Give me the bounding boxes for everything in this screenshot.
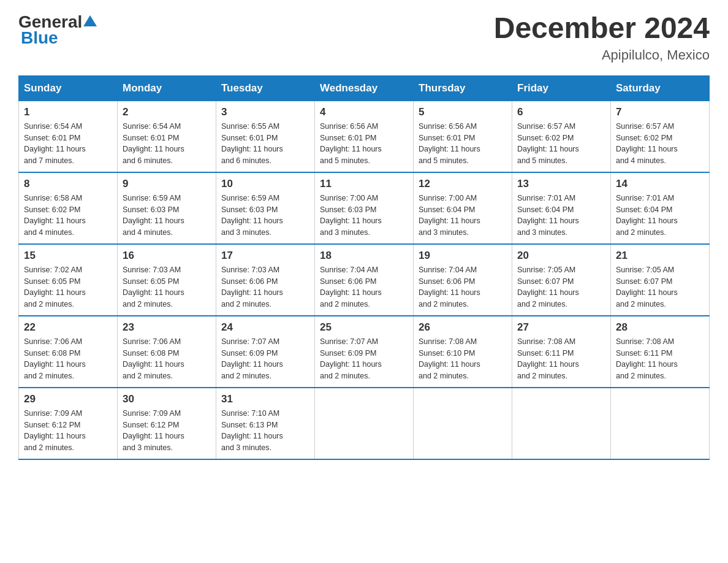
day-number: 14 — [616, 178, 704, 190]
day-info: Sunrise: 7:09 AM Sunset: 6:12 PM Dayligh… — [123, 408, 211, 454]
day-number: 24 — [221, 321, 309, 334]
day-number: 21 — [616, 250, 704, 262]
calendar-day-cell: 1Sunrise: 6:54 AM Sunset: 6:01 PM Daylig… — [19, 101, 118, 172]
day-number: 1 — [24, 106, 112, 118]
calendar-day-cell: 22Sunrise: 7:06 AM Sunset: 6:08 PM Dayli… — [19, 316, 118, 388]
day-header-tuesday: Tuesday — [216, 75, 315, 101]
day-number: 15 — [24, 250, 112, 262]
calendar-day-cell: 25Sunrise: 7:07 AM Sunset: 6:09 PM Dayli… — [315, 316, 414, 388]
day-info: Sunrise: 7:07 AM Sunset: 6:09 PM Dayligh… — [221, 336, 309, 382]
day-info: Sunrise: 6:59 AM Sunset: 6:03 PM Dayligh… — [221, 193, 309, 239]
empty-cell — [315, 388, 414, 459]
day-number: 9 — [123, 178, 211, 190]
day-header-sunday: Sunday — [19, 75, 118, 101]
day-number: 18 — [320, 250, 408, 262]
logo: General Blue — [18, 12, 97, 48]
day-number: 19 — [419, 250, 507, 262]
logo-triangle-icon — [83, 14, 97, 28]
calendar-day-cell: 26Sunrise: 7:08 AM Sunset: 6:10 PM Dayli… — [414, 316, 512, 388]
day-info: Sunrise: 7:06 AM Sunset: 6:08 PM Dayligh… — [24, 336, 112, 382]
day-number: 16 — [123, 250, 211, 262]
svg-marker-0 — [83, 15, 97, 26]
day-info: Sunrise: 7:00 AM Sunset: 6:04 PM Dayligh… — [419, 193, 507, 239]
day-info: Sunrise: 6:55 AM Sunset: 6:01 PM Dayligh… — [221, 121, 309, 167]
calendar-day-cell: 20Sunrise: 7:05 AM Sunset: 6:07 PM Dayli… — [512, 244, 611, 316]
empty-cell — [611, 388, 710, 459]
day-info: Sunrise: 7:05 AM Sunset: 6:07 PM Dayligh… — [517, 264, 605, 310]
calendar-day-cell: 14Sunrise: 7:01 AM Sunset: 6:04 PM Dayli… — [611, 172, 710, 244]
day-number: 25 — [320, 321, 408, 334]
logo-blue-text: Blue — [21, 28, 58, 48]
day-info: Sunrise: 7:00 AM Sunset: 6:03 PM Dayligh… — [320, 193, 408, 239]
calendar-day-cell: 11Sunrise: 7:00 AM Sunset: 6:03 PM Dayli… — [315, 172, 414, 244]
day-number: 5 — [419, 106, 507, 118]
calendar-day-cell: 8Sunrise: 6:58 AM Sunset: 6:02 PM Daylig… — [19, 172, 118, 244]
day-number: 12 — [419, 178, 507, 190]
day-info: Sunrise: 7:04 AM Sunset: 6:06 PM Dayligh… — [320, 264, 408, 310]
calendar-day-cell: 27Sunrise: 7:08 AM Sunset: 6:11 PM Dayli… — [512, 316, 611, 388]
empty-cell — [512, 388, 611, 459]
day-info: Sunrise: 7:08 AM Sunset: 6:11 PM Dayligh… — [616, 336, 704, 382]
day-info: Sunrise: 7:03 AM Sunset: 6:06 PM Dayligh… — [221, 264, 309, 310]
day-number: 17 — [221, 250, 309, 262]
calendar-week-row: 15Sunrise: 7:02 AM Sunset: 6:05 PM Dayli… — [19, 244, 710, 316]
calendar-day-cell: 28Sunrise: 7:08 AM Sunset: 6:11 PM Dayli… — [611, 316, 710, 388]
day-header-thursday: Thursday — [414, 75, 512, 101]
day-number: 23 — [123, 321, 211, 334]
calendar-day-cell: 5Sunrise: 6:56 AM Sunset: 6:01 PM Daylig… — [414, 101, 512, 172]
calendar-day-cell: 6Sunrise: 6:57 AM Sunset: 6:02 PM Daylig… — [512, 101, 611, 172]
day-number: 26 — [419, 321, 507, 334]
day-number: 27 — [517, 321, 605, 334]
calendar-day-cell: 31Sunrise: 7:10 AM Sunset: 6:13 PM Dayli… — [216, 388, 315, 459]
page-header: General Blue December 2024 Apipilulco, M… — [18, 12, 710, 63]
day-info: Sunrise: 7:08 AM Sunset: 6:11 PM Dayligh… — [517, 336, 605, 382]
day-number: 3 — [221, 106, 309, 118]
calendar-week-row: 8Sunrise: 6:58 AM Sunset: 6:02 PM Daylig… — [19, 172, 710, 244]
day-header-wednesday: Wednesday — [315, 75, 414, 101]
day-number: 31 — [221, 393, 309, 405]
location-title: Apipilulco, Mexico — [494, 47, 710, 63]
day-info: Sunrise: 7:08 AM Sunset: 6:10 PM Dayligh… — [419, 336, 507, 382]
calendar-week-row: 22Sunrise: 7:06 AM Sunset: 6:08 PM Dayli… — [19, 316, 710, 388]
calendar-day-cell: 18Sunrise: 7:04 AM Sunset: 6:06 PM Dayli… — [315, 244, 414, 316]
calendar-table: SundayMondayTuesdayWednesdayThursdayFrid… — [18, 75, 710, 460]
calendar-day-cell: 29Sunrise: 7:09 AM Sunset: 6:12 PM Dayli… — [19, 388, 118, 459]
day-number: 13 — [517, 178, 605, 190]
day-number: 30 — [123, 393, 211, 405]
day-number: 10 — [221, 178, 309, 190]
calendar-day-cell: 4Sunrise: 6:56 AM Sunset: 6:01 PM Daylig… — [315, 101, 414, 172]
day-info: Sunrise: 6:54 AM Sunset: 6:01 PM Dayligh… — [123, 121, 211, 167]
day-info: Sunrise: 7:04 AM Sunset: 6:06 PM Dayligh… — [419, 264, 507, 310]
day-number: 28 — [616, 321, 704, 334]
day-info: Sunrise: 6:57 AM Sunset: 6:02 PM Dayligh… — [517, 121, 605, 167]
calendar-day-cell: 3Sunrise: 6:55 AM Sunset: 6:01 PM Daylig… — [216, 101, 315, 172]
day-number: 4 — [320, 106, 408, 118]
calendar-day-cell: 9Sunrise: 6:59 AM Sunset: 6:03 PM Daylig… — [118, 172, 216, 244]
calendar-day-cell: 2Sunrise: 6:54 AM Sunset: 6:01 PM Daylig… — [118, 101, 216, 172]
day-info: Sunrise: 6:58 AM Sunset: 6:02 PM Dayligh… — [24, 193, 112, 239]
day-number: 6 — [517, 106, 605, 118]
day-info: Sunrise: 6:54 AM Sunset: 6:01 PM Dayligh… — [24, 121, 112, 167]
calendar-day-cell: 30Sunrise: 7:09 AM Sunset: 6:12 PM Dayli… — [118, 388, 216, 459]
day-header-friday: Friday — [512, 75, 611, 101]
calendar-day-cell: 17Sunrise: 7:03 AM Sunset: 6:06 PM Dayli… — [216, 244, 315, 316]
day-info: Sunrise: 7:01 AM Sunset: 6:04 PM Dayligh… — [517, 193, 605, 239]
day-header-monday: Monday — [118, 75, 216, 101]
day-header-saturday: Saturday — [611, 75, 710, 101]
day-info: Sunrise: 7:07 AM Sunset: 6:09 PM Dayligh… — [320, 336, 408, 382]
calendar-week-row: 29Sunrise: 7:09 AM Sunset: 6:12 PM Dayli… — [19, 388, 710, 459]
calendar-day-cell: 19Sunrise: 7:04 AM Sunset: 6:06 PM Dayli… — [414, 244, 512, 316]
day-info: Sunrise: 6:56 AM Sunset: 6:01 PM Dayligh… — [320, 121, 408, 167]
day-info: Sunrise: 7:02 AM Sunset: 6:05 PM Dayligh… — [24, 264, 112, 310]
day-info: Sunrise: 7:03 AM Sunset: 6:05 PM Dayligh… — [123, 264, 211, 310]
calendar-day-cell: 7Sunrise: 6:57 AM Sunset: 6:02 PM Daylig… — [611, 101, 710, 172]
calendar-day-cell: 13Sunrise: 7:01 AM Sunset: 6:04 PM Dayli… — [512, 172, 611, 244]
day-info: Sunrise: 7:01 AM Sunset: 6:04 PM Dayligh… — [616, 193, 704, 239]
day-info: Sunrise: 6:56 AM Sunset: 6:01 PM Dayligh… — [419, 121, 507, 167]
day-number: 29 — [24, 393, 112, 405]
calendar-header-row: SundayMondayTuesdayWednesdayThursdayFrid… — [19, 75, 710, 101]
calendar-day-cell: 23Sunrise: 7:06 AM Sunset: 6:08 PM Dayli… — [118, 316, 216, 388]
day-number: 22 — [24, 321, 112, 334]
calendar-day-cell: 16Sunrise: 7:03 AM Sunset: 6:05 PM Dayli… — [118, 244, 216, 316]
day-info: Sunrise: 7:10 AM Sunset: 6:13 PM Dayligh… — [221, 408, 309, 454]
